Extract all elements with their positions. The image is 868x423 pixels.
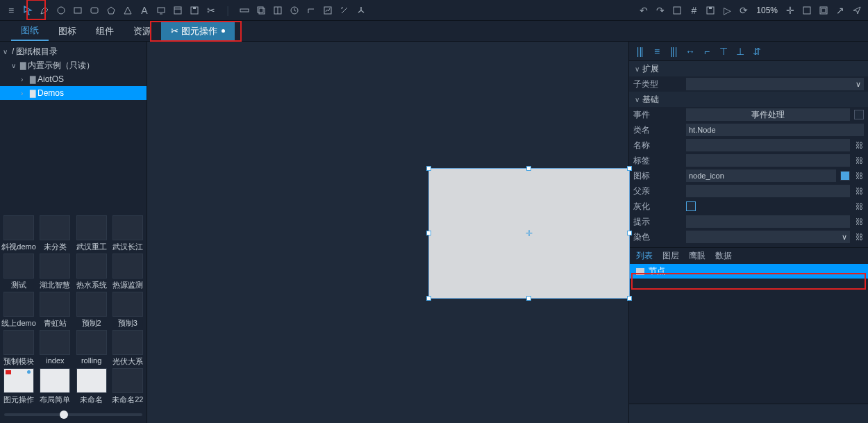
fan-icon[interactable]	[354, 3, 368, 17]
selected-node[interactable]: ✛	[428, 168, 630, 299]
tree-root[interactable]: ∨ / 图纸根目录	[0, 44, 147, 58]
distribute-h-icon[interactable]: ↔	[685, 46, 696, 57]
align-middle-icon[interactable]: ⊤	[718, 46, 729, 57]
icon-swatch[interactable]	[840, 171, 850, 181]
align-top-icon[interactable]: ⌐	[701, 46, 712, 57]
icon-input[interactable]	[686, 169, 836, 182]
thumb-item[interactable]: index	[37, 330, 72, 367]
panel-icon[interactable]	[171, 3, 185, 17]
slider-knob[interactable]	[60, 410, 68, 419]
thumb-item[interactable]: 布局简单	[37, 368, 72, 405]
tag-input[interactable]	[686, 154, 850, 167]
parent-input[interactable]	[686, 185, 850, 197]
frame-icon[interactable]	[800, 3, 814, 17]
thumb-item[interactable]: 武汉重工	[74, 215, 109, 252]
thumb-item[interactable]: 未命名22	[110, 368, 145, 405]
resize-handle[interactable]	[426, 296, 431, 301]
name-input[interactable]	[686, 139, 850, 151]
thumb-item[interactable]: 预制模块	[1, 330, 36, 367]
thumb-item[interactable]: 光伏大系	[110, 330, 145, 367]
cursor-icon[interactable]	[21, 3, 35, 17]
rb-tab-data[interactable]: 数据	[715, 250, 732, 262]
send-icon[interactable]	[850, 3, 864, 17]
subtype-select[interactable]: ∨	[686, 78, 864, 90]
zoom-level[interactable]: 105%	[753, 6, 781, 15]
rect-icon[interactable]	[71, 3, 85, 17]
edit-icon[interactable]	[337, 3, 351, 17]
align-right-icon[interactable]: ‖|	[668, 46, 679, 57]
clock-icon[interactable]	[287, 3, 301, 17]
gray-checkbox[interactable]	[686, 201, 696, 211]
link-icon[interactable]: ⛓	[854, 186, 864, 196]
save-icon[interactable]	[187, 3, 201, 17]
canvas[interactable]: ✛	[147, 42, 628, 423]
undo-icon[interactable]: ↶	[637, 3, 651, 17]
thumb-item[interactable]: 未命名	[74, 368, 109, 405]
link-icon[interactable]: ⛓	[854, 217, 864, 226]
refresh-icon[interactable]: ⟳	[737, 3, 751, 17]
chart-icon[interactable]	[321, 3, 335, 17]
disk-icon[interactable]	[703, 3, 717, 17]
thumb-item[interactable]: rolling	[74, 330, 109, 367]
event-handler-button[interactable]: 事件处理	[686, 108, 850, 121]
tab-components[interactable]: 组件	[86, 21, 124, 41]
resize-handle[interactable]	[526, 296, 531, 301]
thumb-item[interactable]: 预制3	[110, 292, 145, 329]
tree-aiotos[interactable]: › ▇ AiotOS	[0, 72, 147, 86]
list-item-node[interactable]: 节点	[629, 264, 868, 279]
monitor-icon[interactable]	[154, 3, 168, 17]
link-icon[interactable]: ⛓	[854, 232, 864, 242]
grid-icon[interactable]: #	[687, 3, 701, 17]
center-anchor-icon[interactable]: ✛	[525, 229, 533, 238]
tab-drawings[interactable]: 图纸	[11, 21, 49, 41]
link-icon[interactable]: ⛓	[854, 171, 864, 181]
resize-handle[interactable]	[526, 166, 531, 171]
thumb-item[interactable]: 武汉长江	[110, 215, 145, 252]
circle-icon[interactable]	[54, 3, 68, 17]
ruler-icon[interactable]	[237, 3, 251, 17]
play-icon[interactable]: ▷	[720, 3, 734, 17]
thumb-item[interactable]: 测试	[1, 254, 36, 290]
resize-handle[interactable]	[627, 166, 632, 171]
thumb-item[interactable]: 斜视demo	[1, 215, 36, 252]
class-input[interactable]	[686, 124, 864, 136]
tree-demos[interactable]: › ▇ Demos	[0, 86, 147, 100]
layout-icon[interactable]	[271, 3, 285, 17]
bounds-icon[interactable]	[670, 3, 684, 17]
tab-icons[interactable]: 图标	[49, 21, 86, 41]
polygon-icon[interactable]	[104, 3, 118, 17]
thumb-item[interactable]: 湖北智慧	[37, 254, 72, 290]
link-icon[interactable]: ⛓	[854, 201, 864, 211]
zoom-slider[interactable]	[0, 406, 147, 423]
triangle-icon[interactable]	[121, 3, 135, 17]
prop-group-extension[interactable]: ∨ 扩展	[629, 61, 868, 76]
pen-icon[interactable]	[37, 3, 51, 17]
rb-tab-layer[interactable]: 图层	[662, 250, 679, 262]
distribute-v-icon[interactable]: ⇵	[751, 46, 762, 57]
export-icon[interactable]: ↗	[833, 3, 847, 17]
tree-builtin[interactable]: ∨ ▇ 内置示例（只读）	[0, 58, 147, 72]
menu-icon[interactable]: ≡	[4, 3, 18, 17]
fullscreen-icon[interactable]	[817, 3, 831, 17]
thumb-item[interactable]: 热源监测	[110, 254, 145, 290]
resize-handle[interactable]	[426, 166, 431, 171]
scissors-icon[interactable]: ✂	[204, 3, 218, 17]
thumb-item[interactable]: 预制2	[74, 292, 109, 329]
rb-tab-list[interactable]: 列表	[636, 250, 653, 262]
thumb-item[interactable]: 热水系统	[74, 254, 109, 290]
thumb-item[interactable]: 青虹站	[37, 292, 72, 329]
text-icon[interactable]: A	[137, 3, 151, 17]
link-icon[interactable]: ⛓	[854, 156, 864, 165]
crosshair-icon[interactable]: ✛	[783, 3, 797, 17]
thumb-item[interactable]: 未分类	[37, 215, 72, 252]
redo-icon[interactable]: ↷	[653, 3, 667, 17]
align-center-h-icon[interactable]: ≡	[651, 46, 662, 57]
connector-icon[interactable]	[304, 3, 318, 17]
prop-group-basic[interactable]: ∨ 基础	[629, 92, 868, 107]
resize-handle[interactable]	[426, 231, 431, 235]
tip-input[interactable]	[686, 215, 850, 228]
tint-select[interactable]: ∨	[686, 231, 850, 243]
link-icon[interactable]: ⛓	[854, 140, 864, 150]
resize-handle[interactable]	[627, 231, 632, 235]
tab-resources[interactable]: 资源	[124, 21, 161, 41]
